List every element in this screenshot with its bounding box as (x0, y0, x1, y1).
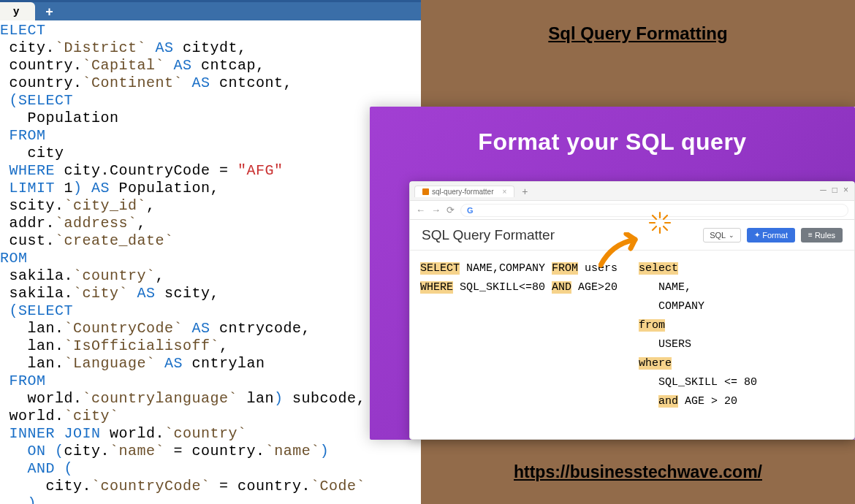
output-sql-pane: select NAME, COMPANY from USERS where SQ… (639, 259, 844, 411)
rules-button[interactable]: ≡ Rules (801, 228, 843, 243)
browser-window: sql-query-formatter × + ─ □ × ← → ⟳ G SQ… (409, 181, 855, 440)
hero-headline: Format your SQL query (370, 107, 855, 173)
format-button[interactable]: ✦ Format (747, 228, 795, 243)
browser-tabstrip: sql-query-formatter × + ─ □ × (410, 182, 854, 201)
header-strip: Sql Query Formatting (421, 0, 855, 107)
browser-tab-label: sql-query-formatter (432, 188, 493, 196)
select-label: SQL (710, 231, 726, 240)
window-controls: ─ □ × (820, 185, 848, 195)
browser-tab[interactable]: sql-query-formatter × (414, 186, 514, 197)
reload-icon[interactable]: ⟳ (446, 205, 455, 215)
add-tab-button[interactable]: + (35, 2, 64, 20)
footer-strip: https://businesstechwave.com/ (421, 440, 855, 504)
wand-icon: ✦ (754, 231, 760, 239)
chevron-down-icon: ⌄ (729, 232, 734, 239)
input-sql-pane[interactable]: SELECT NAME,COMPANY FROM users WHERE SQL… (420, 259, 626, 411)
site-url-link[interactable]: https://businesstechwave.com/ (514, 462, 762, 482)
rules-button-label: Rules (815, 231, 835, 240)
format-button-label: Format (762, 231, 788, 240)
maximize-icon[interactable]: □ (832, 185, 837, 195)
forward-icon[interactable]: → (431, 205, 441, 215)
back-icon[interactable]: ← (416, 205, 425, 215)
new-tab-button[interactable]: + (522, 186, 528, 197)
close-tab-icon[interactable]: × (502, 188, 506, 196)
favicon-icon (422, 188, 429, 195)
address-field[interactable]: G (460, 204, 848, 217)
list-icon: ≡ (808, 231, 813, 239)
close-icon[interactable]: × (843, 185, 848, 195)
browser-addressbar: ← → ⟳ G (410, 201, 854, 220)
page-title-link[interactable]: Sql Query Formatting (548, 23, 727, 44)
app-title: SQL Query Formatter (422, 227, 697, 243)
sql-editor-left: y + ELECT city.`District` AS citydt, cou… (0, 0, 421, 504)
sql-code-content[interactable]: ELECT city.`District` AS citydt, country… (0, 20, 421, 504)
google-logo-icon: G (467, 206, 474, 215)
editor-tabbar: y + (0, 0, 421, 20)
language-select[interactable]: SQL ⌄ (703, 228, 741, 243)
app-header: SQL Query Formatter SQL ⌄ ✦ Format ≡ Rul… (410, 220, 854, 251)
editor-split: SELECT NAME,COMPANY FROM users WHERE SQL… (410, 251, 854, 411)
active-tab[interactable]: y (0, 2, 35, 20)
minimize-icon[interactable]: ─ (820, 185, 826, 195)
